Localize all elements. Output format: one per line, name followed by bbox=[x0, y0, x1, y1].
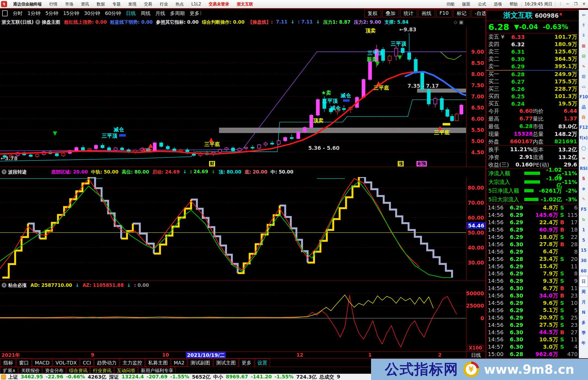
strip-⇩[interactable]: ⇩ bbox=[580, 30, 588, 41]
strip-多[interactable]: 多 bbox=[580, 318, 588, 328]
tick-row[interactable]: 14:566.29145.6万S115 bbox=[486, 211, 579, 219]
band-indicator-name[interactable]: 波段转迹 bbox=[8, 169, 27, 175]
back-icon[interactable]: 〈 bbox=[555, 2, 564, 7]
header-corner-icons[interactable]: ◇ ▣ bbox=[454, 19, 463, 25]
tick-row[interactable]: 14:566.295.1万S5 bbox=[486, 306, 579, 314]
menu-交易[interactable]: 交易 bbox=[140, 2, 156, 7]
tick-row[interactable]: 14:566.296.4万8 bbox=[486, 248, 579, 255]
period-60分钟[interactable]: 60分钟 bbox=[103, 10, 124, 17]
strip-▦[interactable]: ▦ bbox=[580, 41, 588, 51]
ext-tab-互动问答[interactable]: 互动问答 bbox=[114, 367, 138, 374]
strip-60[interactable]: 60 bbox=[580, 266, 588, 276]
collapse-icon[interactable]: ∨ bbox=[2, 283, 7, 288]
strip-▭[interactable]: ▭ bbox=[580, 81, 588, 92]
tick-row[interactable]: 14:576.303.0万S4 bbox=[486, 343, 579, 351]
period-1分钟[interactable]: 1分钟 bbox=[25, 10, 43, 17]
strip-30[interactable]: 30 bbox=[580, 256, 588, 266]
tab-MACD[interactable]: MACD bbox=[32, 359, 52, 366]
close-icon[interactable]: ✕ bbox=[580, 2, 588, 7]
tab-CCI[interactable]: CCI bbox=[80, 359, 94, 366]
tab-趋势动力[interactable]: 趋势动力 bbox=[94, 359, 119, 367]
menu-L1L2[interactable]: L1L2 bbox=[188, 2, 205, 7]
strip-月[interactable]: 月 bbox=[580, 297, 588, 308]
trade-login-status[interactable]: 交易未登录 bbox=[205, 2, 233, 7]
glue-indicator-name[interactable]: 粘合必涨 bbox=[8, 282, 27, 288]
tab-私募主图[interactable]: 私募主图 bbox=[145, 359, 170, 367]
tick-row[interactable]: 14:566.3034.0万B23 bbox=[486, 292, 579, 299]
period-月线[interactable]: 月线 bbox=[153, 10, 168, 17]
tick-row[interactable]: 15:006.28962.6万470 bbox=[486, 351, 579, 358]
strip-品[interactable]: 品 bbox=[580, 102, 588, 112]
tick-row[interactable]: 14:566.3027.8万B28 bbox=[486, 241, 579, 248]
tick-row[interactable]: 14:566.2915.4万11 bbox=[486, 263, 579, 270]
button-统计[interactable]: 统计 bbox=[400, 9, 417, 17]
order-book-row[interactable]: 卖二6.30364.5万 bbox=[486, 55, 579, 63]
order-book-row[interactable]: 卖四6.32180.9万 bbox=[486, 41, 579, 48]
tab-测试副图[interactable]: 测试副图 bbox=[188, 359, 213, 367]
tick-row[interactable]: 14:566.2960.9万B18 bbox=[486, 226, 579, 233]
stock-quick-link[interactable]: 浙文互联 bbox=[233, 2, 257, 7]
tick-row[interactable]: 14:566.2918.0万S22 bbox=[486, 233, 579, 241]
strip-✥[interactable]: ✥ bbox=[580, 184, 588, 194]
tab-测试主图[interactable]: 测试主图 bbox=[213, 359, 238, 367]
period-30分钟[interactable]: 30分钟 bbox=[82, 10, 103, 17]
menu-热点[interactable]: 热点 bbox=[172, 2, 188, 7]
order-book-row[interactable]: 买五6.2419.5万 bbox=[486, 100, 579, 107]
strip-▤[interactable]: ▤ bbox=[580, 51, 588, 61]
button-叠加[interactable]: 叠加 bbox=[382, 9, 399, 17]
ext-tab-新用户福利专享[interactable]: 新用户福利专享 bbox=[138, 367, 176, 374]
tick-row[interactable]: 14:566.2927.5万S23 bbox=[486, 321, 579, 329]
tick-row[interactable]: 14:566.3044.5万B27 bbox=[486, 329, 579, 336]
order-book-row[interactable]: 卖五 ¥6.33101.7万 bbox=[486, 33, 579, 41]
button-复权[interactable]: 复权 bbox=[364, 9, 381, 17]
strip-N[interactable]: N bbox=[580, 307, 588, 318]
strip-f(x)[interactable]: f(x) bbox=[580, 133, 588, 143]
menu-行业[interactable]: 行业 bbox=[156, 2, 172, 7]
menu-专题[interactable]: 专题 bbox=[109, 2, 124, 7]
collapse-icon[interactable]: ∨ bbox=[35, 20, 40, 25]
tab-指标[interactable]: 指标 bbox=[1, 359, 16, 367]
minimize-icon[interactable]: ─ bbox=[564, 2, 572, 7]
order-book-row[interactable]: 卖三6.31125.6万 bbox=[486, 48, 579, 55]
period-多周期[interactable]: 多周期 bbox=[168, 10, 187, 17]
period-更多〉[interactable]: 更多〉 bbox=[187, 10, 207, 17]
tick-row[interactable]: 14:566.299.3万S9 bbox=[486, 277, 579, 285]
menu-行情[interactable]: 行情 bbox=[45, 2, 61, 7]
tab-MA2[interactable]: MA2 bbox=[171, 359, 187, 366]
strip-日[interactable]: 日 bbox=[579, 276, 588, 287]
strip-RSI[interactable]: RSI bbox=[580, 163, 588, 174]
band-indicator-chart[interactable] bbox=[0, 177, 466, 281]
strip-✎[interactable]: ✎ bbox=[580, 194, 588, 205]
tab-主力监控[interactable]: 主力监控 bbox=[120, 359, 145, 367]
tick-row[interactable]: 14:566.297.9万S8 bbox=[486, 270, 579, 277]
tab-更多[interactable]: 更多 bbox=[239, 359, 254, 367]
menu-选项[interactable]: 选项 bbox=[490, 2, 506, 7]
period-15分钟[interactable]: 15分钟 bbox=[61, 10, 82, 17]
tab-VOL-TDX[interactable]: VOL-TDX bbox=[53, 359, 79, 366]
ext-tab-综合资讯[interactable]: 综合资讯 bbox=[66, 367, 90, 374]
strip-自[interactable]: 自 bbox=[580, 112, 588, 123]
order-book-row[interactable]: 买四6.25101.3万 bbox=[486, 93, 579, 100]
strip-5[interactable]: 5 bbox=[580, 235, 588, 245]
ext-tab-扩展∧[interactable]: 扩展∧ bbox=[1, 367, 18, 374]
tick-row[interactable]: 14:566.2823.4万S20 bbox=[486, 255, 579, 263]
button-标记[interactable]: 标记 bbox=[453, 9, 470, 17]
layout-icon[interactable] bbox=[2, 10, 8, 16]
period-日线[interactable]: 日线 bbox=[124, 10, 138, 17]
strip-≈[interactable]: ≈ bbox=[580, 153, 588, 163]
tick-row[interactable]: 14:566.294.8万S6 bbox=[486, 204, 579, 211]
period-周线[interactable]: 周线 bbox=[138, 10, 153, 17]
menu-公式[interactable]: 公式 bbox=[474, 2, 490, 7]
strip-F10[interactable]: F10 bbox=[580, 92, 588, 102]
menu-资讯[interactable]: 资讯 bbox=[77, 2, 93, 7]
strip-周[interactable]: 周 bbox=[580, 287, 588, 297]
order-book-row[interactable]: 买二6.27175.5万 bbox=[486, 78, 579, 85]
strip-F12[interactable]: F12 bbox=[580, 123, 588, 133]
menu-发现[interactable]: 发现 bbox=[124, 2, 140, 7]
tab-窗口[interactable]: 窗口 bbox=[16, 359, 32, 367]
button-画线[interactable]: 画线 bbox=[418, 9, 435, 17]
strip-季[interactable]: 季 bbox=[580, 328, 588, 338]
button-F10[interactable]: F10 bbox=[436, 9, 452, 17]
strip-年[interactable]: 年 bbox=[580, 338, 588, 348]
ext-tab-关联报价[interactable]: 关联报价 bbox=[19, 367, 42, 374]
